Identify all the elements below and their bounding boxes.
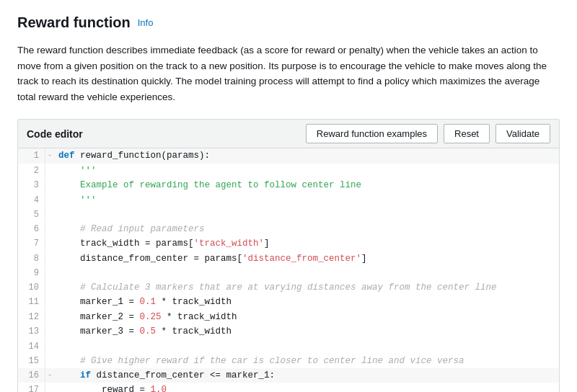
table-row: 3 Example of rewarding the agent to foll… [18,178,559,192]
reset-button[interactable]: Reset [444,124,490,143]
line-content [54,339,58,340]
info-link[interactable]: Info [138,17,154,28]
line-content: marker_2 = 0.25 * track_width [54,310,237,324]
line-number: 2 [18,164,45,178]
table-row: 16 - if distance_from_center <= marker_1… [18,368,559,383]
line-content: Example of rewarding the agent to follow… [54,178,361,192]
line-content: # Calculate 3 markers that are at varyin… [54,280,497,295]
line-number: 9 [18,266,45,280]
page-title: Reward function [17,14,131,31]
line-indicator [45,164,54,164]
line-number: 6 [18,222,45,236]
line-number: 7 [18,236,45,251]
table-row: 12 marker_2 = 0.25 * track_width [18,310,559,324]
editor-toolbar: Code editor Reward function examples Res… [18,120,559,148]
line-content: reward = 1.0 [54,383,167,392]
line-number: 5 [18,208,45,222]
line-indicator [45,193,54,194]
editor-label: Code editor [27,128,300,140]
description-text: The reward function describes immediate … [17,43,560,104]
line-indicator [45,222,54,223]
table-row: 9 [18,266,559,280]
line-number: 1 [18,148,45,163]
line-indicator [45,324,54,325]
line-indicator [45,251,54,252]
table-row: 15 # Give higher reward if the car is cl… [18,354,559,368]
table-row: 5 [18,208,559,222]
line-content: if distance_from_center <= marker_1: [54,368,275,383]
line-number: 16 [18,368,45,383]
table-row: 7 track_width = params['track_width'] [18,236,559,251]
line-indicator [45,208,54,208]
line-indicator [45,354,54,355]
line-number: 4 [18,193,45,208]
line-indicator [45,280,54,281]
line-number: 11 [18,295,45,309]
line-content: def reward_function(params): [54,148,210,163]
line-indicator [45,266,54,267]
line-indicator: - [45,368,54,381]
line-content: ''' [54,193,97,208]
line-content: # Read input parameters [54,222,205,236]
examples-button[interactable]: Reward function examples [306,124,438,143]
table-row: 2 ''' [18,164,559,178]
line-content: track_width = params['track_width'] [54,236,270,251]
page-header: Reward function Info [17,14,560,31]
line-number: 3 [18,178,45,192]
table-row: 10 # Calculate 3 markers that are at var… [18,280,559,295]
line-content: # Give higher reward if the car is close… [54,354,464,368]
line-indicator [45,295,54,295]
line-indicator [45,178,54,179]
line-content: ''' [54,164,97,178]
table-row: 11 marker_1 = 0.1 * track_width [18,295,559,309]
line-indicator [45,383,54,383]
line-content [54,266,58,267]
line-number: 13 [18,324,45,339]
line-indicator: - [45,148,54,161]
table-row: 4 ''' [18,193,559,208]
line-number: 12 [18,310,45,324]
line-content: marker_1 = 0.1 * track_width [54,295,232,309]
table-row: 17 reward = 1.0 [18,383,559,392]
line-number: 10 [18,280,45,295]
line-indicator [45,310,54,311]
line-content: distance_from_center = params['distance_… [54,251,367,266]
table-row: 8 distance_from_center = params['distanc… [18,251,559,266]
code-editor[interactable]: 1 - def reward_function(params): 2 ''' 3… [18,148,559,392]
line-number: 14 [18,339,45,354]
line-number: 15 [18,354,45,368]
line-indicator [45,236,54,237]
line-number: 17 [18,383,45,392]
code-editor-container: Code editor Reward function examples Res… [17,119,560,392]
table-row: 14 [18,339,559,354]
line-content: marker_3 = 0.5 * track_width [54,324,232,339]
validate-button[interactable]: Validate [495,124,550,143]
table-row: 13 marker_3 = 0.5 * track_width [18,324,559,339]
line-content [54,208,58,208]
line-indicator [45,339,54,340]
table-row: 1 - def reward_function(params): [18,148,559,163]
table-row: 6 # Read input parameters [18,222,559,236]
line-number: 8 [18,251,45,266]
